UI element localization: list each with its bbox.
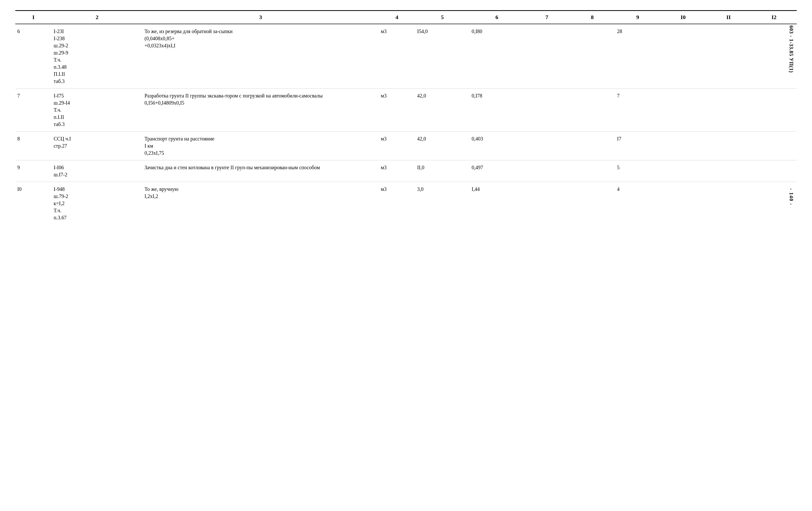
cell-7-col8: [570, 89, 615, 131]
cell-9-col4: м3: [379, 160, 415, 182]
cell-8-col11: [706, 131, 751, 160]
table-row: 7I-I75 ш.29-I4 Т.ч. п.I.II таб.3Разработ…: [15, 89, 797, 131]
header-col-4: 4: [379, 11, 415, 24]
cell-8-col8: [570, 131, 615, 160]
cell-6-col6: 0,I80: [469, 24, 524, 89]
cell-8-col12: [751, 131, 797, 160]
side-label: 603 - 1-33.85 УП(1): [788, 25, 794, 73]
header-col-9: 9: [615, 11, 660, 24]
header-row: I 2 3 4 5 6 7 8 9 I0 II I2: [15, 11, 797, 24]
cell-10-col7: [524, 182, 569, 225]
cell-6-col8: [570, 24, 615, 89]
side-label-bottom: - 140 -: [788, 188, 794, 205]
cell-8-col5: 42,0: [415, 131, 469, 160]
cell-8-col2: ССЦ ч.I стр.27: [52, 131, 143, 160]
cell-6-col7: [524, 24, 569, 89]
cell-6-col2: I-23I I-238 ш.29-2 ш.29-9 Т.ч. п.3.48 П.…: [52, 24, 143, 89]
cell-7-col6: 0,I78: [469, 89, 524, 131]
cell-7-col11: [706, 89, 751, 131]
cell-8-col4: м3: [379, 131, 415, 160]
cell-10-col5: 3,0: [415, 182, 469, 225]
cell-6-col1: 6: [15, 24, 52, 89]
table-row: 6I-23I I-238 ш.29-2 ш.29-9 Т.ч. п.3.48 П…: [15, 24, 797, 89]
cell-8-col3: Транспорт грунта на расстояние I км 0,23…: [143, 131, 379, 160]
cell-10-col4: м3: [379, 182, 415, 225]
header-col-8: 8: [570, 11, 615, 24]
cell-9-col9: 5: [615, 160, 660, 182]
cell-7-col3: Разработка грунта II группы экскава-торо…: [143, 89, 379, 131]
cell-10-col8: [570, 182, 615, 225]
cell-10-col2: I-948 ш.79-2 к=I,2 Т.ч. п.3.67: [52, 182, 143, 225]
cell-7-col7: [524, 89, 569, 131]
cell-10-col3: То же, вручную I,2хI,2: [143, 182, 379, 225]
cell-9-col12: [751, 160, 797, 182]
page-container: 603 - 1-33.85 УП(1) - 140 - I 2 3 4 5 6 …: [15, 10, 797, 225]
cell-6-col3: То же, из резерва для обратной за-сыпки …: [143, 24, 379, 89]
header-col-12: I2: [751, 11, 797, 24]
header-col-11: II: [706, 11, 751, 24]
cell-9-col11: [706, 160, 751, 182]
cell-7-col9: 7: [615, 89, 660, 131]
table-row: I0I-948 ш.79-2 к=I,2 Т.ч. п.3.67То же, в…: [15, 182, 797, 225]
cell-10-col10: [661, 182, 706, 225]
cell-6-col10: [661, 24, 706, 89]
cell-7-col2: I-I75 ш.29-I4 Т.ч. п.I.II таб.3: [52, 89, 143, 131]
header-col-7: 7: [524, 11, 569, 24]
header-col-2: 2: [52, 11, 143, 24]
main-table: I 2 3 4 5 6 7 8 9 I0 II I2 6I-23I I-238 …: [15, 10, 797, 225]
side-label-top: 603 - 1-33.85 УП(1): [789, 25, 794, 73]
cell-8-col6: 0,403: [469, 131, 524, 160]
cell-8-col1: 8: [15, 131, 52, 160]
cell-6-col11: [706, 24, 751, 89]
cell-10-col9: 4: [615, 182, 660, 225]
header-col-6: 6: [469, 11, 524, 24]
cell-9-col7: [524, 160, 569, 182]
cell-7-col1: 7: [15, 89, 52, 131]
cell-6-col9: 28: [615, 24, 660, 89]
cell-9-col2: I-I06 ш.I7-2: [52, 160, 143, 182]
cell-10-col11: [706, 182, 751, 225]
cell-7-col4: м3: [379, 89, 415, 131]
table-row: 8ССЦ ч.I стр.27Транспорт грунта на расст…: [15, 131, 797, 160]
cell-9-col10: [661, 160, 706, 182]
cell-9-col3: Зачистка дна и стен котлована в грунте I…: [143, 160, 379, 182]
cell-7-col12: [751, 89, 797, 131]
header-col-5: 5: [415, 11, 469, 24]
cell-6-col4: м3: [379, 24, 415, 89]
cell-6-col5: I54,0: [415, 24, 469, 89]
cell-8-col10: [661, 131, 706, 160]
cell-10-col6: I,44: [469, 182, 524, 225]
cell-7-col10: [661, 89, 706, 131]
cell-10-col1: I0: [15, 182, 52, 225]
cell-8-col9: I7: [615, 131, 660, 160]
cell-9-col8: [570, 160, 615, 182]
cell-9-col5: II,0: [415, 160, 469, 182]
table-row: 9I-I06 ш.I7-2Зачистка дна и стен котлова…: [15, 160, 797, 182]
cell-8-col7: [524, 131, 569, 160]
header-col-10: I0: [661, 11, 706, 24]
cell-9-col1: 9: [15, 160, 52, 182]
header-col-3: 3: [143, 11, 379, 24]
cell-9-col6: 0,497: [469, 160, 524, 182]
header-col-1: I: [15, 11, 52, 24]
cell-7-col5: 42,0: [415, 89, 469, 131]
